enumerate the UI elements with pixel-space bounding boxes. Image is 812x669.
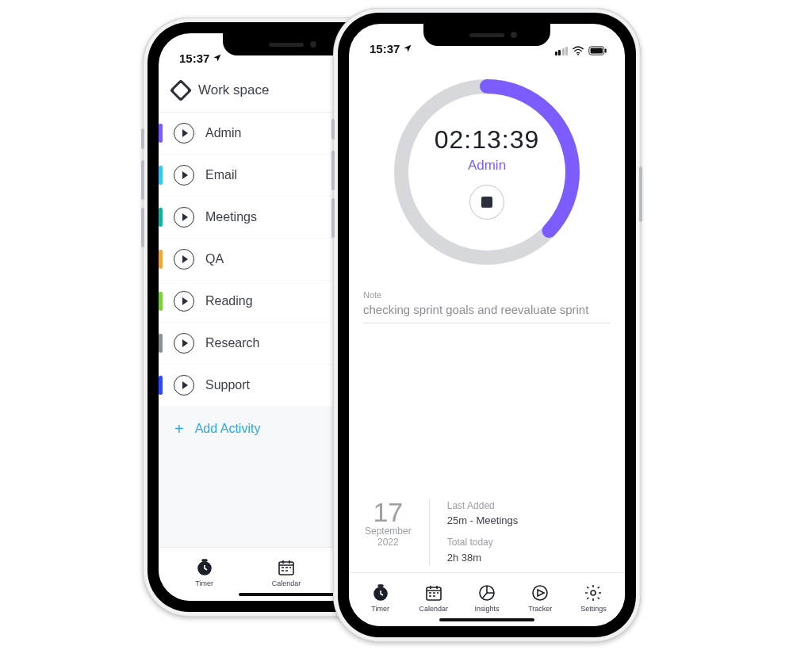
phone-notch	[423, 24, 550, 46]
svg-rect-15	[378, 585, 383, 587]
battery-icon	[588, 46, 607, 55]
volume-down-button	[141, 208, 144, 247]
tab-label: Insights	[474, 605, 499, 613]
play-icon[interactable]	[174, 333, 194, 354]
activity-accent	[159, 376, 163, 395]
last-added-value: 25m - Meetings	[447, 513, 519, 529]
svg-rect-12	[605, 48, 607, 52]
activity-label: Research	[205, 336, 259, 350]
timer-ring: 02:13:39 Admin	[388, 73, 586, 271]
gear-icon	[584, 583, 603, 602]
play-icon[interactable]	[174, 375, 194, 396]
total-today-value: 2h 38m	[447, 550, 519, 566]
volume-down-button	[331, 198, 335, 238]
date-month: September	[365, 526, 412, 537]
activity-accent	[159, 292, 163, 311]
timer-icon	[195, 558, 214, 577]
mute-switch	[331, 119, 335, 140]
note-field[interactable]: Note checking sprint goals and reevaluat…	[349, 271, 625, 323]
activity-accent	[159, 166, 163, 185]
svg-point-9	[577, 54, 579, 55]
signal-icon	[555, 47, 569, 55]
tab-timer[interactable]: Timer	[163, 558, 245, 587]
svg-rect-11	[591, 48, 603, 54]
location-icon	[213, 52, 222, 65]
power-button	[639, 166, 642, 222]
date-block: 17 September 2022	[365, 499, 412, 566]
calendar-icon	[424, 583, 443, 602]
volume-up-button	[141, 160, 144, 200]
workspace-logo-icon	[170, 78, 192, 101]
tab-label: Calendar	[419, 605, 449, 613]
play-icon[interactable]	[174, 249, 194, 270]
tab-calendar[interactable]: Calendar	[407, 583, 460, 613]
activity-accent	[159, 208, 163, 227]
home-indicator[interactable]	[239, 593, 334, 596]
tab-settings[interactable]: Settings	[567, 583, 620, 613]
activity-label: Support	[205, 378, 250, 392]
tab-tracker[interactable]: Tracker	[514, 583, 567, 613]
stat-divider	[429, 499, 430, 566]
play-icon[interactable]	[174, 291, 194, 312]
phone-notch	[223, 33, 350, 55]
timer-category: Admin	[468, 158, 506, 174]
tab-label: Tracker	[528, 605, 552, 613]
calendar-icon	[277, 558, 296, 577]
play-icon[interactable]	[174, 123, 194, 143]
phone-right-mock: 15:37	[333, 8, 641, 642]
svg-point-19	[591, 591, 596, 595]
note-text: checking sprint goals and reevaluate spr…	[363, 303, 611, 323]
plus-icon: +	[174, 420, 184, 438]
wifi-icon	[572, 46, 584, 55]
activity-label: QA	[205, 252, 224, 266]
activity-label: Reading	[205, 294, 253, 308]
activity-accent	[159, 124, 163, 143]
svg-rect-16	[427, 587, 441, 600]
tab-label: Timer	[371, 605, 389, 613]
workspace-title: Work space	[198, 82, 269, 98]
status-time: 15:37	[370, 42, 400, 55]
play-icon[interactable]	[174, 207, 194, 227]
play-icon[interactable]	[174, 165, 194, 185]
activity-accent	[159, 250, 163, 269]
total-today-label: Total today	[447, 535, 519, 550]
last-added-label: Last Added	[447, 499, 519, 514]
mute-switch	[141, 128, 144, 149]
tab-label: Calendar	[272, 579, 301, 587]
stop-button[interactable]	[469, 185, 504, 220]
activity-label: Admin	[205, 126, 241, 140]
tracker-icon	[530, 583, 550, 602]
tab-label: Settings	[580, 605, 607, 613]
svg-rect-5	[202, 560, 207, 561]
activity-accent	[159, 334, 163, 353]
timer-elapsed: 02:13:39	[435, 125, 540, 155]
location-icon	[403, 42, 412, 55]
timer-icon	[371, 583, 390, 602]
tab-timer[interactable]: Timer	[354, 583, 407, 613]
date-year: 2022	[365, 537, 412, 548]
tab-calendar[interactable]: Calendar	[245, 558, 327, 587]
volume-up-button	[331, 151, 335, 190]
add-activity-label: Add Activity	[195, 422, 261, 436]
date-day: 17	[365, 499, 412, 526]
home-indicator[interactable]	[439, 618, 534, 621]
svg-rect-7	[279, 562, 293, 575]
tab-label: Timer	[195, 579, 213, 587]
activity-label: Meetings	[205, 210, 257, 224]
activity-label: Email	[205, 168, 237, 182]
tab-insights[interactable]: Insights	[460, 583, 513, 613]
status-time: 15:37	[179, 52, 209, 65]
note-label: Note	[363, 290, 611, 300]
footer-stats: 17 September 2022 Last Added 25m - Meeti…	[349, 486, 625, 572]
insights-icon	[477, 583, 496, 602]
